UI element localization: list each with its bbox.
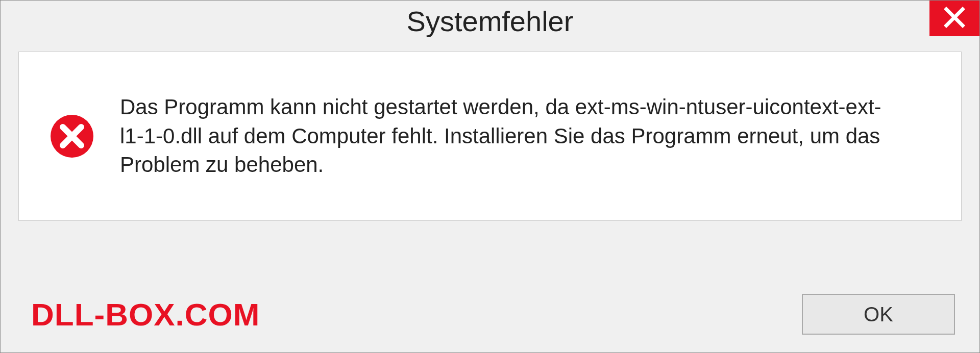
close-icon — [943, 6, 966, 31]
error-dialog: Systemfehler Das Programm kann nicht ges… — [0, 0, 980, 353]
close-button[interactable] — [929, 1, 979, 36]
watermark-text: DLL-BOX.COM — [31, 296, 260, 333]
error-message: Das Programm kann nicht gestartet werden… — [120, 93, 886, 180]
error-icon — [50, 114, 94, 159]
ok-button[interactable]: OK — [802, 294, 955, 335]
dialog-title: Systemfehler — [407, 5, 574, 38]
titlebar: Systemfehler — [1, 1, 979, 41]
content-panel: Das Programm kann nicht gestartet werden… — [18, 52, 962, 221]
dialog-footer: DLL-BOX.COM OK — [1, 291, 979, 337]
